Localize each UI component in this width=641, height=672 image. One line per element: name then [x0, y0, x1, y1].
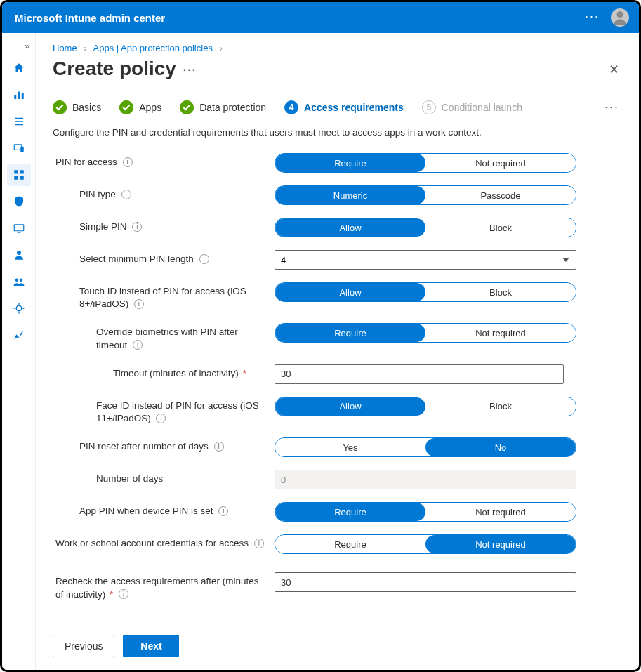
toggle-touch-id[interactable]: Allow Block — [275, 282, 576, 302]
row-work-credentials: Work or school account credentials for a… — [55, 534, 619, 554]
left-nav: » — [2, 33, 36, 670]
previous-button[interactable]: Previous — [53, 635, 114, 657]
toggle-face-id[interactable]: Allow Block — [275, 397, 576, 416]
nav-security-icon[interactable] — [7, 190, 31, 213]
row-face-id: Face ID instead of PIN for access (iOS 1… — [55, 397, 619, 425]
nav-dashboard-icon[interactable] — [7, 84, 31, 106]
row-override-biometrics: Override biometrics with PIN after timeo… — [55, 323, 619, 351]
svg-rect-3 — [21, 93, 23, 99]
input-timeout[interactable] — [275, 364, 564, 384]
input-number-of-days — [275, 470, 576, 489]
check-icon — [53, 100, 67, 114]
toggle-override-biometrics[interactable]: Require Not required — [275, 323, 576, 343]
svg-rect-4 — [15, 118, 23, 119]
svg-point-17 — [19, 279, 22, 282]
row-pin-reset: PIN reset after number of days i Yes No — [55, 437, 619, 457]
topbar-more-icon[interactable]: ··· — [585, 10, 600, 25]
nav-apps-icon[interactable] — [7, 164, 31, 186]
toggle-pin-for-access[interactable]: Require Not required — [275, 153, 576, 173]
info-icon[interactable]: i — [214, 442, 224, 452]
nav-troubleshoot-icon[interactable] — [7, 324, 31, 346]
row-recheck: Recheck the access requirements after (m… — [55, 572, 619, 600]
svg-rect-11 — [14, 176, 18, 180]
row-app-pin-device: App PIN when device PIN is set i Require… — [55, 502, 619, 522]
check-icon — [180, 100, 194, 114]
chevron-right-icon: › — [84, 43, 86, 53]
nav-tenant-icon[interactable] — [7, 297, 31, 319]
svg-point-15 — [17, 251, 21, 255]
breadcrumb-apps[interactable]: Apps | App protection policies — [93, 43, 213, 53]
toggle-simple-pin[interactable]: Allow Block — [275, 218, 576, 237]
svg-rect-6 — [15, 124, 23, 126]
svg-rect-14 — [17, 232, 20, 233]
top-bar: Microsoft Intune admin center ··· — [2, 2, 639, 33]
svg-rect-8 — [20, 147, 24, 152]
app-title: Microsoft Intune admin center — [15, 12, 165, 24]
info-icon[interactable]: i — [119, 589, 128, 599]
svg-rect-7 — [14, 145, 22, 150]
page-more-icon[interactable]: ··· — [183, 64, 197, 77]
section-intro: Configure the PIN and credential require… — [53, 127, 619, 138]
toggle-pin-type[interactable]: Numeric Passcode — [275, 185, 576, 205]
nav-devices-icon[interactable] — [7, 137, 31, 159]
step-data-protection[interactable]: Data protection — [180, 100, 266, 114]
nav-reports-icon[interactable] — [7, 217, 31, 239]
svg-rect-5 — [15, 121, 23, 122]
steps-more-icon[interactable]: ··· — [604, 100, 619, 114]
nav-list-icon[interactable] — [7, 110, 31, 133]
page-title: Create policy ··· — [53, 58, 197, 80]
wizard-steps: Basics Apps Data protection 4 Access req… — [53, 100, 619, 114]
row-simple-pin: Simple PIN i Allow Block — [55, 218, 619, 237]
info-icon[interactable]: i — [133, 340, 143, 350]
row-touch-id: Touch ID instead of PIN for access (iOS … — [55, 282, 619, 310]
info-icon[interactable]: i — [254, 539, 264, 548]
step-access-requirements[interactable]: 4 Access requirements — [284, 100, 404, 114]
input-recheck[interactable] — [275, 572, 576, 592]
svg-point-0 — [616, 11, 623, 18]
chevron-right-icon: › — [220, 43, 223, 53]
breadcrumb: Home › Apps | App protection policies › — [53, 43, 619, 53]
row-number-of-days: Number of days — [55, 470, 619, 489]
breadcrumb-home[interactable]: Home — [53, 43, 77, 53]
step-basics[interactable]: Basics — [53, 100, 101, 114]
svg-rect-10 — [20, 170, 23, 173]
svg-rect-12 — [20, 176, 23, 180]
svg-rect-9 — [14, 170, 18, 173]
collapse-nav-icon[interactable]: » — [2, 39, 35, 53]
info-icon[interactable]: i — [199, 254, 209, 264]
toggle-pin-reset[interactable]: Yes No — [275, 437, 576, 457]
info-icon[interactable]: i — [132, 222, 142, 232]
svg-point-18 — [16, 305, 22, 311]
check-icon — [119, 100, 133, 114]
row-min-pin-length: Select minimum PIN length i 4 — [55, 250, 619, 270]
select-min-pin-length[interactable]: 4 — [275, 250, 576, 270]
row-pin-type: PIN type i Numeric Passcode — [55, 185, 619, 205]
info-icon[interactable]: i — [121, 190, 131, 199]
svg-rect-1 — [14, 95, 16, 99]
toggle-app-pin-device[interactable]: Require Not required — [275, 502, 576, 522]
row-timeout: Timeout (minutes of inactivity) * — [55, 364, 619, 384]
svg-rect-13 — [14, 225, 24, 231]
toggle-work-credentials[interactable]: Require Not required — [275, 534, 576, 554]
next-button[interactable]: Next — [123, 635, 179, 657]
user-avatar[interactable] — [611, 8, 629, 27]
info-icon[interactable]: i — [134, 299, 144, 309]
svg-rect-2 — [18, 92, 20, 100]
nav-groups-icon[interactable] — [7, 270, 31, 293]
row-pin-for-access: PIN for access i Require Not required — [55, 153, 619, 173]
wizard-footer: Previous Next — [53, 635, 619, 670]
svg-point-16 — [15, 279, 18, 282]
step-conditional-launch[interactable]: 5 Conditional launch — [422, 100, 522, 114]
info-icon[interactable]: i — [123, 157, 133, 167]
info-icon[interactable]: i — [156, 414, 166, 423]
step-apps[interactable]: Apps — [119, 100, 161, 114]
info-icon[interactable]: i — [218, 506, 228, 516]
main-content: Home › Apps | App protection policies › … — [36, 33, 639, 670]
nav-user-icon[interactable] — [7, 244, 31, 266]
nav-home-icon[interactable] — [7, 57, 31, 79]
app-window: Microsoft Intune admin center ··· » — [0, 0, 641, 672]
close-icon[interactable]: ✕ — [609, 62, 619, 77]
